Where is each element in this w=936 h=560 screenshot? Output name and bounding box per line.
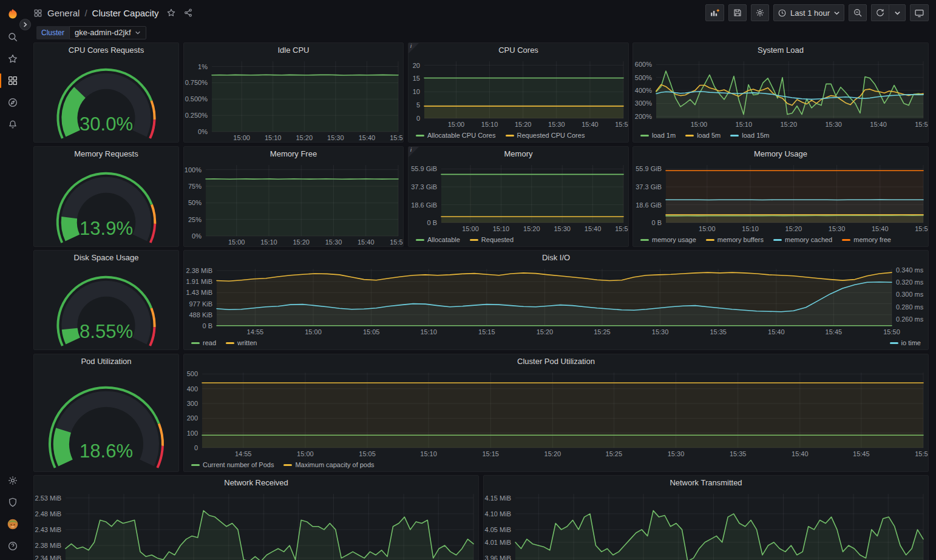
panel-title[interactable]: Memory Requests [34, 147, 178, 161]
svg-text:200%: 200% [635, 113, 652, 120]
legend-item[interactable]: memory free [842, 236, 891, 243]
svg-text:15:50: 15:50 [390, 134, 403, 141]
panel-disk-space-usage: Disk Space Usage 8.55% [33, 250, 179, 350]
time-range-label: Last 1 hour [790, 8, 830, 18]
legend-item[interactable]: Maximum capacity of pods [283, 461, 374, 468]
search-icon[interactable] [0, 28, 25, 46]
gauge-svg: 8.55% [34, 265, 178, 349]
legend-item[interactable]: memory cached [773, 236, 832, 243]
chart-svg: 15:0015:1015:2015:3015:4015:500 B18.6 Gi… [409, 161, 628, 233]
svg-text:15:20: 15:20 [293, 238, 310, 246]
svg-text:15:45: 15:45 [853, 450, 870, 457]
server-admin-shield-icon[interactable] [0, 493, 25, 511]
variable-label[interactable]: Cluster [36, 26, 69, 39]
panel-title[interactable]: Memory Usage [633, 147, 928, 161]
svg-text:15:10: 15:10 [265, 134, 282, 141]
variables-row: Cluster gke-admin-d2jkf [36, 26, 146, 39]
panel-title[interactable]: Disk Space Usage [34, 251, 178, 265]
alerting-bell-icon[interactable] [0, 115, 25, 133]
starred-icon[interactable] [0, 50, 25, 68]
chevron-down-icon [135, 30, 141, 36]
svg-text:15:10: 15:10 [736, 121, 753, 128]
breadcrumb-section[interactable]: General [47, 8, 80, 18]
legend-item[interactable]: load 1m [640, 132, 676, 139]
legend-item[interactable]: written [226, 339, 257, 346]
svg-text:15:10: 15:10 [260, 238, 277, 246]
legend-item[interactable]: load 5m [685, 132, 721, 139]
svg-text:20: 20 [413, 62, 420, 69]
panel-title[interactable]: Disk I/O [184, 251, 928, 265]
svg-text:0.500%: 0.500% [185, 95, 208, 103]
panel-title[interactable]: Memory Free [184, 147, 403, 161]
svg-text:2.43 MiB: 2.43 MiB [35, 526, 61, 533]
legend-item[interactable]: load 15m [730, 132, 769, 139]
svg-text:0%: 0% [192, 232, 202, 240]
panel-title[interactable]: Cluster Pod Utilization [184, 354, 928, 369]
dashboards-icon[interactable] [0, 72, 25, 90]
help-icon[interactable] [0, 537, 25, 555]
panel-title[interactable]: CPU Cores [409, 43, 628, 58]
explore-compass-icon[interactable] [0, 93, 25, 112]
svg-text:15:40: 15:40 [358, 238, 375, 246]
svg-text:600%: 600% [635, 61, 652, 68]
variable-value-dropdown[interactable]: gke-admin-d2jkf [69, 26, 146, 39]
legend-item[interactable]: memory usage [640, 236, 696, 243]
svg-text:1.91 MiB: 1.91 MiB [186, 278, 212, 285]
cpu-cores-requests-gauge: 30.0% [34, 58, 178, 142]
panel-title[interactable]: Network Transmitted [484, 476, 928, 490]
clock-icon [778, 8, 787, 18]
legend-item[interactable]: Allocatable CPU Cores [416, 132, 496, 139]
legend-item[interactable]: io time [890, 339, 921, 346]
add-panel-button[interactable] [705, 4, 724, 21]
panel-legend: Current number of PodsMaximum capacity o… [184, 458, 928, 471]
svg-text:488 KiB: 488 KiB [189, 311, 212, 319]
zoom-out-button[interactable] [849, 4, 867, 21]
svg-text:15:20: 15:20 [544, 450, 561, 457]
panel-title[interactable]: Memory [409, 147, 628, 161]
panel-network-transmitted: Network Transmitted 3.96 MiB4.01 MiB4.05… [483, 475, 929, 560]
svg-text:15:50: 15:50 [615, 225, 628, 232]
memory-chart: 15:0015:1015:2015:3015:4015:500 B18.6 Gi… [409, 161, 628, 233]
share-icon[interactable] [183, 8, 193, 18]
expand-menu-button[interactable] [19, 19, 31, 30]
chart-svg: 2.34 MiB2.38 MiB2.43 MiB2.48 MiB2.53 MiB [34, 490, 478, 560]
configuration-gear-icon[interactable] [0, 471, 25, 490]
svg-text:15:50: 15:50 [390, 238, 403, 246]
chevron-down-icon [833, 10, 840, 16]
profile-avatar[interactable] [0, 515, 25, 533]
panel-memory-requests: Memory Requests 13.9% [33, 146, 179, 247]
save-dashboard-button[interactable] [728, 4, 747, 21]
svg-text:4.15 MiB: 4.15 MiB [485, 494, 511, 502]
time-range-picker[interactable]: Last 1 hour [773, 4, 844, 21]
legend-item[interactable]: Requested [470, 236, 514, 243]
svg-text:8.55%: 8.55% [80, 321, 133, 342]
dashboard-settings-button[interactable] [751, 4, 769, 21]
panel-memory-usage: Memory Usage 15:0015:1015:2015:3015:4015… [632, 146, 929, 247]
svg-text:15:30: 15:30 [548, 121, 565, 128]
legend-item[interactable]: memory buffers [706, 236, 764, 243]
star-icon[interactable] [166, 8, 176, 18]
panel-title[interactable]: CPU Cores Requests [34, 43, 178, 58]
svg-text:15:00: 15:00 [233, 134, 250, 141]
refresh-button[interactable] [871, 4, 889, 21]
svg-text:15:10: 15:10 [420, 450, 437, 457]
chart-svg: 15:0015:1015:2015:3015:4015:5005101520 [409, 58, 628, 129]
svg-text:15:50: 15:50 [915, 121, 928, 128]
panel-info-icon[interactable]: i [409, 147, 419, 157]
cpu-cores-chart: 15:0015:1015:2015:3015:4015:5005101520 [409, 58, 628, 129]
refresh-interval-caret[interactable] [889, 4, 906, 21]
svg-text:15:00: 15:00 [462, 225, 479, 232]
legend-item[interactable]: Requested CPU Cores [506, 132, 585, 139]
panel-title[interactable]: Idle CPU [184, 43, 403, 58]
panel-title[interactable]: Network Received [34, 476, 478, 490]
svg-text:15:00: 15:00 [448, 121, 465, 128]
legend-item[interactable]: Current number of Pods [191, 461, 274, 468]
cycle-view-mode-button[interactable] [910, 4, 929, 21]
svg-text:15:45: 15:45 [826, 328, 843, 336]
legend-item[interactable]: Allocatable [416, 236, 460, 243]
panel-title[interactable]: System Load [633, 43, 928, 58]
svg-text:0.320 ms: 0.320 ms [896, 278, 924, 286]
legend-item[interactable]: read [191, 339, 216, 346]
panel-title[interactable]: Pod Utilization [34, 354, 178, 369]
panel-info-icon[interactable]: i [409, 43, 419, 53]
